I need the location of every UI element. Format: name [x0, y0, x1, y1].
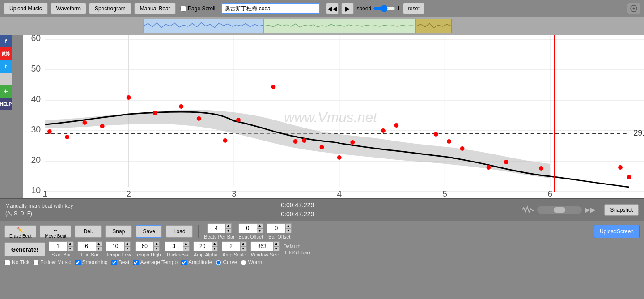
- speed-slider[interactable]: [373, 5, 395, 12]
- song-title-input[interactable]: [221, 3, 320, 14]
- start-bar-label: Start Bar: [51, 252, 71, 257]
- follow-music-checkbox[interactable]: [33, 260, 39, 265]
- svg-point-50: [504, 160, 508, 164]
- tempo-low-group: ▲ ▼ Tempo Low: [106, 241, 131, 257]
- waveform-green-section[interactable]: [264, 19, 416, 33]
- end-bar-down[interactable]: ▼: [96, 246, 102, 251]
- end-bar-input[interactable]: [78, 242, 96, 251]
- average-tempo-checkbox[interactable]: [133, 260, 139, 265]
- thickness-input[interactable]: [165, 242, 183, 251]
- window-size-input[interactable]: [251, 242, 273, 251]
- beat-label[interactable]: Beat: [111, 259, 130, 265]
- snap-button[interactable]: Snap: [105, 225, 132, 238]
- reset-button[interactable]: reset: [403, 3, 425, 14]
- start-bar-input[interactable]: [49, 242, 67, 251]
- svg-text:60: 60: [31, 35, 41, 43]
- svg-point-38: [271, 85, 276, 89]
- amp-alpha-up[interactable]: ▲: [212, 241, 218, 246]
- bar-offset-input[interactable]: [267, 224, 285, 233]
- tempo-low-down[interactable]: ▼: [124, 246, 131, 251]
- amp-scale-up[interactable]: ▲: [240, 241, 246, 246]
- spectrogram-button[interactable]: Spectrogram: [89, 3, 131, 14]
- curve-label[interactable]: Curve: [216, 259, 237, 265]
- beats-per-bar-input[interactable]: [208, 224, 225, 233]
- waveform-gold-section[interactable]: [416, 19, 452, 33]
- window-size-down[interactable]: ▼: [273, 246, 280, 251]
- start-bar-up[interactable]: ▲: [67, 241, 73, 246]
- weibo-button[interactable]: 微博: [0, 47, 12, 60]
- beats-per-bar-up[interactable]: ▲: [225, 223, 232, 228]
- end-bar-label: End Bar: [81, 252, 99, 257]
- del-button[interactable]: Del.: [75, 225, 102, 238]
- amplitude-label[interactable]: Amplitude: [181, 259, 212, 265]
- transport-area: ◀◀ ▶: [326, 3, 354, 14]
- amplitude-checkbox[interactable]: [181, 260, 187, 265]
- smoothing-checkbox[interactable]: [75, 260, 80, 265]
- generate-button[interactable]: Generate!: [4, 242, 45, 256]
- thickness-up[interactable]: ▲: [183, 241, 189, 246]
- follow-music-text: Follow Music: [40, 259, 71, 265]
- upload-music-button[interactable]: Upload Music: [4, 3, 48, 14]
- beats-per-bar-down[interactable]: ▼: [225, 228, 232, 233]
- erase-beat-button[interactable]: ✏️ Erase Beat: [4, 225, 36, 238]
- thickness-down[interactable]: ▼: [183, 246, 189, 251]
- settings-button[interactable]: [627, 3, 640, 14]
- facebook-button[interactable]: f: [0, 35, 12, 47]
- average-tempo-label[interactable]: Average Tempo: [133, 259, 178, 265]
- no-tick-checkbox[interactable]: [4, 260, 10, 265]
- beat-offset-down[interactable]: ▼: [257, 228, 263, 233]
- play-button[interactable]: ▶: [341, 3, 354, 14]
- svg-point-35: [197, 116, 201, 121]
- time1: 0:00:47.229: [82, 201, 513, 210]
- svg-point-28: [47, 129, 52, 134]
- help-button[interactable]: HELP: [0, 98, 12, 110]
- twitter-button[interactable]: t: [0, 60, 12, 73]
- worm-label[interactable]: Worm: [241, 259, 262, 265]
- manual-beat-button[interactable]: Manual Beat: [134, 3, 176, 14]
- svg-point-51: [539, 166, 543, 171]
- tempo-low-up[interactable]: ▲: [124, 241, 131, 246]
- amp-scale-down[interactable]: ▼: [240, 246, 246, 251]
- load-button[interactable]: Load: [166, 225, 193, 238]
- start-bar-down[interactable]: ▼: [67, 246, 73, 251]
- amp-alpha-input[interactable]: [194, 242, 212, 251]
- move-beat-button[interactable]: ↔️ Move Beat: [40, 225, 71, 238]
- upload-screen-button[interactable]: UploadScreen: [594, 225, 640, 238]
- tempo-high-input[interactable]: [136, 242, 153, 251]
- playhead-slider[interactable]: [537, 206, 582, 214]
- amp-alpha-down[interactable]: ▼: [212, 246, 218, 251]
- svg-text:5: 5: [442, 189, 447, 198]
- chart-svg: 60 50 40 30 20 10 1 2 3 4 5 6 29.0: [23, 35, 644, 198]
- beats-per-bar-group: ▲ ▼ Beats Per Bar: [204, 223, 234, 239]
- snapshot-button[interactable]: Snapshot: [604, 204, 639, 216]
- blank-button[interactable]: [0, 73, 12, 85]
- rewind-button[interactable]: ◀◀: [326, 3, 339, 14]
- amp-alpha-label: Amp Alpha: [194, 252, 217, 257]
- no-tick-label[interactable]: No Tick: [4, 259, 30, 265]
- beat-offset-label: Beat Offset: [238, 234, 263, 239]
- plus-button[interactable]: +: [0, 85, 12, 98]
- svg-text:3: 3: [232, 189, 237, 198]
- amp-scale-input[interactable]: [222, 242, 240, 251]
- curve-radio[interactable]: [216, 260, 221, 265]
- follow-music-label[interactable]: Follow Music: [33, 259, 71, 265]
- beat-offset-input[interactable]: [239, 224, 257, 233]
- smoothing-text: Smoothing: [82, 259, 107, 265]
- window-size-up[interactable]: ▲: [273, 241, 280, 246]
- smoothing-label[interactable]: Smoothing: [75, 259, 107, 265]
- tempo-high-down[interactable]: ▼: [153, 246, 160, 251]
- tempo-low-input[interactable]: [106, 242, 124, 251]
- beat-checkbox[interactable]: [111, 260, 117, 265]
- waveform-button[interactable]: Waveform: [51, 3, 86, 14]
- worm-radio[interactable]: [241, 260, 246, 265]
- bar-offset-down[interactable]: ▼: [285, 228, 292, 233]
- beat-offset-up[interactable]: ▲: [257, 223, 263, 228]
- end-bar-up[interactable]: ▲: [96, 241, 102, 246]
- page-scroll-checkbox[interactable]: [180, 6, 186, 12]
- default-label: Default:: [284, 243, 310, 249]
- waveform-blue-section[interactable]: [143, 19, 264, 33]
- bar-offset-up[interactable]: ▲: [285, 223, 292, 228]
- window-size-group: ▲ ▼ Window Size: [250, 241, 280, 257]
- save-button[interactable]: Save: [136, 225, 162, 238]
- tempo-high-up[interactable]: ▲: [153, 241, 160, 246]
